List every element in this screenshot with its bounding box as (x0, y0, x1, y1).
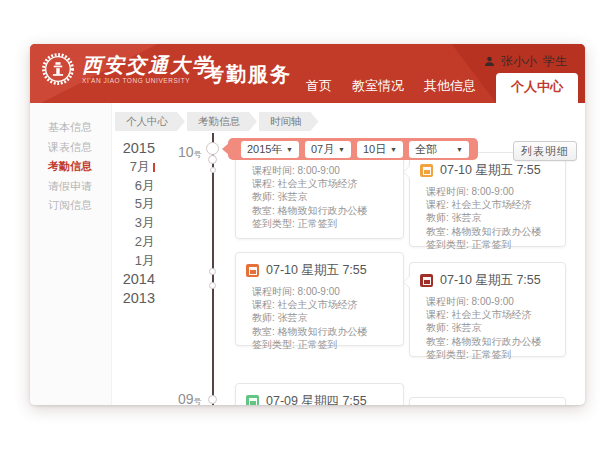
card-field: 教师: 张芸京 (252, 190, 395, 203)
card-field: 签到类型: 正常签到 (426, 348, 557, 361)
card-field: 签到类型: 正常签到 (252, 217, 395, 230)
nav-item-classrooms[interactable]: 教室情况 (352, 77, 404, 103)
card-field: 教室: 格物致知行政办公楼 (426, 225, 557, 238)
calendar-icon (246, 395, 259, 405)
university-name-en: XI'AN JIAO TONG UNIVERSITY (82, 77, 214, 84)
card-title: 07-09 星期四 7:55 (266, 393, 367, 405)
card-field: 教室: 格物致知行政办公楼 (426, 335, 557, 348)
university-logo-icon (41, 52, 75, 86)
calendar-icon (246, 264, 259, 277)
timeline-month-jan[interactable]: 1月 (88, 252, 155, 271)
user-role: 学生 (543, 53, 567, 70)
nav-item-home[interactable]: 首页 (306, 77, 332, 103)
card-field: 课程: 社会主义市场经济 (252, 298, 395, 311)
timeline-month-jun[interactable]: 6月 (88, 177, 155, 196)
university-name-cn: 西安交通大学 (82, 54, 214, 77)
timeline-node (208, 155, 217, 164)
card-field: 教师: 张芸京 (426, 211, 557, 224)
card-field: 教室: 格物致知行政办公楼 (252, 325, 395, 338)
user-name: 张小小 (501, 53, 537, 70)
card-field: 教师: 张芸京 (252, 311, 395, 324)
card-title: 07-10 星期五 7:55 (266, 262, 367, 279)
card-field: 课程时间: 8:00-9:00 (426, 185, 557, 198)
month-dropdown[interactable]: 07月 ▼ (305, 141, 351, 158)
main-nav: 首页 教室情况 其他信息 个人中心 (306, 73, 578, 103)
app-title: 考勤服务 (204, 61, 292, 88)
card-field: 教室: 格物致知行政办公楼 (252, 204, 395, 217)
timeline-year-list: 2015 7月 6月 5月 3月 2月 1月 2014 2013 (88, 139, 155, 308)
card-field: 课程: 社会主义市场经济 (426, 308, 557, 321)
list-detail-button[interactable]: 列表明细 (513, 141, 577, 161)
timeline-day-marker-09[interactable]: 09号 (178, 390, 202, 405)
calendar-icon (420, 274, 433, 287)
card-field: 课程时间: 8:00-9:00 (426, 295, 557, 308)
card-field: 课程时间: 8:00-9:00 (252, 164, 395, 177)
chevron-down-icon: ▼ (286, 146, 293, 153)
timeline-node (208, 395, 217, 404)
app-window: 西安交通大学 XI'AN JIAO TONG UNIVERSITY 考勤服务 张… (30, 44, 585, 405)
timeline-node (206, 142, 219, 155)
attendance-card: 07-10 星期五 7:55 课程时间: 8:00-9:00 课程: 社会主义市… (409, 262, 566, 357)
breadcrumb-timeline[interactable]: 时间轴 (259, 112, 319, 131)
breadcrumb: 个人中心 考勤信息 时间轴 (115, 112, 319, 131)
timeline-month-jul[interactable]: 7月 (88, 158, 155, 177)
timeline-month-mar[interactable]: 3月 (88, 214, 155, 233)
card-title: 07-10 星期五 7:55 (440, 162, 541, 179)
timeline-node (209, 282, 216, 289)
card-field: 课程: 社会主义市场经济 (252, 177, 395, 190)
chevron-down-icon: ▼ (338, 146, 345, 153)
breadcrumb-personal-center[interactable]: 个人中心 (115, 112, 185, 131)
card-field: 签到类型: 正常签到 (252, 338, 395, 351)
sidebar-item-basic-info[interactable]: 基本信息 (30, 118, 111, 138)
year-dropdown[interactable]: 2015年 ▼ (241, 141, 299, 158)
attendance-card: 07-10 星期五 7:55 课程时间: 8:00-9:00 课程: 社会主义市… (409, 152, 566, 247)
timeline-month-may[interactable]: 5月 (88, 195, 155, 214)
attendance-card: 课程时间: 8:00-9:00 课程: 社会主义市场经济 教师: 张芸京 教室:… (235, 148, 404, 239)
chevron-down-icon: ▼ (456, 146, 463, 153)
nav-item-other-info[interactable]: 其他信息 (424, 77, 476, 103)
breadcrumb-attendance-info[interactable]: 考勤信息 (187, 112, 257, 131)
card-field: 课程: 社会主义市场经济 (426, 198, 557, 211)
user-info[interactable]: 张小小 学生 (484, 53, 567, 70)
calendar-icon (420, 164, 433, 177)
card-field: 教师: 张芸京 (426, 321, 557, 334)
user-icon (484, 56, 495, 67)
attendance-card: 07-10 星期五 7:55 课程时间: 8:00-9:00 课程: 社会主义市… (235, 252, 404, 346)
timeline-year-2015[interactable]: 2015 (88, 139, 155, 158)
card-field: 签到类型: 正常签到 (426, 238, 557, 251)
timeline-day-marker-10[interactable]: 10号 (178, 143, 202, 161)
timeline-year-2013[interactable]: 2013 (88, 289, 155, 308)
card-title: 07-10 星期五 7:55 (440, 272, 541, 289)
type-dropdown[interactable]: 全部 ▼ (409, 141, 469, 158)
attendance-card: 07-09 星期四 7:55 (235, 383, 404, 405)
attendance-card (409, 397, 566, 405)
nav-tab-personal-center[interactable]: 个人中心 (496, 73, 578, 103)
card-field: 课程时间: 8:00-9:00 (252, 285, 395, 298)
day-dropdown[interactable]: 10日 ▼ (357, 141, 403, 158)
timeline-month-feb[interactable]: 2月 (88, 233, 155, 252)
chevron-down-icon: ▼ (390, 146, 397, 153)
filter-bar: 2015年 ▼ 07月 ▼ 10日 ▼ 全部 ▼ (228, 138, 478, 160)
timeline-year-2014[interactable]: 2014 (88, 270, 155, 289)
timeline-node (209, 268, 216, 275)
app-header: 西安交通大学 XI'AN JIAO TONG UNIVERSITY 考勤服务 张… (30, 44, 585, 103)
timeline-node (210, 167, 216, 173)
university-logo: 西安交通大学 XI'AN JIAO TONG UNIVERSITY (41, 52, 214, 86)
